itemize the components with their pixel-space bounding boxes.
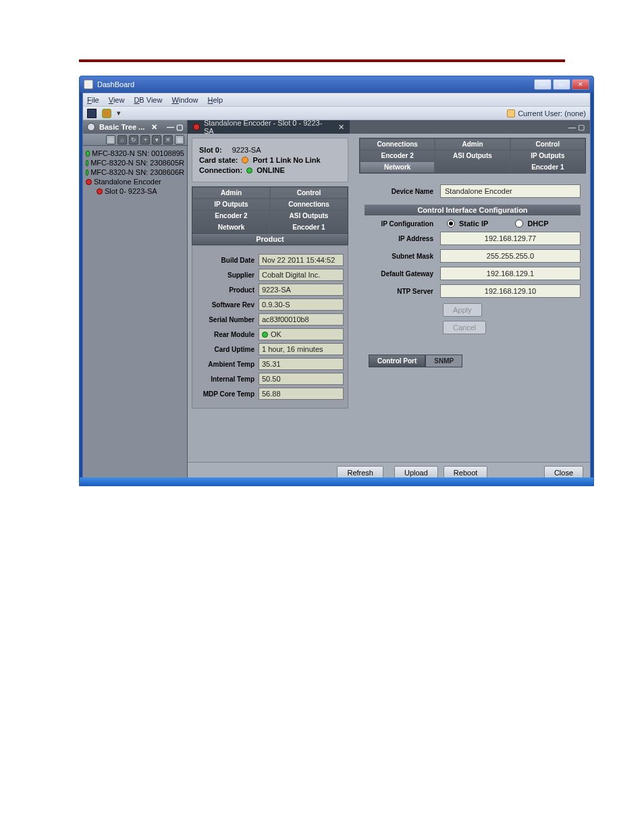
rtab-connections[interactable]: Connections <box>360 138 435 150</box>
tree-tb-7[interactable]: ▦ <box>175 135 184 145</box>
tab-encoder1[interactable]: Encoder 1 <box>270 221 348 233</box>
tab-ipoutputs[interactable]: IP Outputs <box>192 199 270 210</box>
radio-dhcp[interactable]: DHCP <box>515 219 548 228</box>
tree-row[interactable]: MFC-8320-N SN: 00108895 <box>84 149 186 158</box>
editor-tab-close-icon[interactable]: ✕ <box>338 123 344 132</box>
gateway-input[interactable] <box>440 267 581 280</box>
right-tabset: Connections Admin Control Encoder 2 ASI … <box>359 138 586 174</box>
field-label: Serial Number <box>196 316 259 323</box>
menu-window[interactable]: Window <box>171 96 198 104</box>
toolbar-icon-1[interactable] <box>87 109 97 118</box>
radio-static[interactable]: Static IP <box>447 219 488 228</box>
status-dot-red <box>86 179 92 185</box>
btab-control-port[interactable]: Control Port <box>369 355 425 367</box>
tab-product[interactable]: Product <box>192 234 348 245</box>
maximize-button[interactable]: ▭ <box>553 79 570 90</box>
device-name-label: Device Name <box>365 188 440 195</box>
ntp-input[interactable] <box>440 284 581 298</box>
toolbar-icon-2[interactable] <box>102 109 111 118</box>
editor-panel-controls[interactable]: — ▢ <box>568 123 590 132</box>
tree-tb-1[interactable]: ▤ <box>106 135 115 145</box>
field-label: Card Uptime <box>196 346 259 353</box>
menu-file[interactable]: File <box>87 96 99 104</box>
menu-bar: File View DB View Window Help <box>83 93 590 107</box>
status-dot-green <box>246 167 252 174</box>
tab-asi[interactable]: ASI Outputs <box>270 210 348 221</box>
tab-encoder2[interactable]: Encoder 2 <box>192 210 270 221</box>
bottom-tabs: Control Port SNMP <box>369 355 576 367</box>
status-dot-green <box>86 151 90 157</box>
rtab-admin[interactable]: Admin <box>435 138 510 150</box>
tab-connections[interactable]: Connections <box>270 199 348 210</box>
conn-value: ONLINE <box>257 166 285 174</box>
tree-tb-del[interactable]: ✕ <box>163 135 173 145</box>
tree-row[interactable]: Slot 0- 9223-SA <box>84 186 186 196</box>
radio-label: Static IP <box>459 219 488 228</box>
editor-tab[interactable]: Standalone Encoder - Slot 0 - 9223-SA ✕ <box>188 120 350 134</box>
tab-admin[interactable]: Admin <box>192 187 270 199</box>
app-window: DashBoard — ▭ ✕ File View DB View Window… <box>79 76 594 486</box>
tree-toolbar: ▤ ⌂ ↻ ＋ ▾ ✕ ▦ <box>83 134 187 146</box>
state-label: Card state: <box>199 156 238 164</box>
ip-input[interactable] <box>440 232 581 245</box>
close-button[interactable]: ✕ <box>572 79 589 90</box>
conn-label: Connection: <box>199 166 242 174</box>
tree-close-icon[interactable]: ✕ <box>151 123 157 132</box>
menu-dbview[interactable]: DB View <box>134 96 162 104</box>
rtab-asi[interactable]: ASI Outputs <box>435 150 510 161</box>
tree-tb-add[interactable]: ＋ <box>140 135 150 145</box>
minimize-button[interactable]: — <box>534 79 552 90</box>
field-value: Nov 22 2011 15:44:52 <box>259 254 344 266</box>
status-dot-green <box>86 160 88 166</box>
editor-area: Standalone Encoder - Slot 0 - 9223-SA ✕ … <box>188 120 590 482</box>
field-value: 56.88 <box>259 388 344 400</box>
app-icon <box>84 80 93 89</box>
field-text: OK <box>271 330 281 338</box>
rtab-ipoutputs[interactable]: IP Outputs <box>510 150 585 161</box>
slot-label: Slot 0: <box>199 146 222 154</box>
menu-help[interactable]: Help <box>208 96 223 104</box>
tree-tb-home[interactable]: ⌂ <box>117 135 127 145</box>
editor-tabstrip: Standalone Encoder - Slot 0 - 9223-SA ✕ … <box>188 120 590 134</box>
field-label: Product <box>196 286 259 294</box>
radio-dot-selected <box>447 219 455 228</box>
tree-row[interactable]: Standalone Encoder <box>84 177 186 186</box>
apply-button[interactable]: Apply <box>443 303 482 317</box>
tab-network[interactable]: Network <box>192 221 270 233</box>
tree-panel: Basic Tree ... ✕ — ▢ ▤ ⌂ ↻ ＋ ▾ ✕ ▦ MFC-8… <box>83 120 188 482</box>
field-label: Build Date <box>196 257 259 264</box>
title-bar[interactable]: DashBoard — ▭ ✕ <box>80 76 593 93</box>
menu-view[interactable]: View <box>109 96 125 104</box>
tree-min-icon[interactable]: — ▢ <box>167 123 183 132</box>
tree-panel-header: Basic Tree ... ✕ — ▢ <box>83 120 187 134</box>
window-title: DashBoard <box>97 80 134 88</box>
toolbar: ▾ Current User: (none) <box>83 107 590 120</box>
tree-tb-refresh[interactable]: ↻ <box>129 135 138 145</box>
rtab-network[interactable]: Network <box>360 161 435 173</box>
network-form: Device Name Control Interface Configurat… <box>359 174 586 371</box>
tree-tb-dd[interactable]: ▾ <box>152 135 161 145</box>
rtab-encoder1[interactable]: Encoder 1 <box>510 161 585 173</box>
radio-label: DHCP <box>527 219 548 228</box>
device-name-input[interactable] <box>440 184 581 198</box>
ip-label: IP Address <box>365 235 440 242</box>
toolbar-dropdown-icon[interactable]: ▾ <box>117 109 121 118</box>
cancel-button[interactable]: Cancel <box>443 321 486 334</box>
field-label: Ambient Temp <box>196 361 259 368</box>
rtab-encoder2[interactable]: Encoder 2 <box>360 150 435 161</box>
section-title: Control Interface Configuration <box>365 205 581 215</box>
rtab-control[interactable]: Control <box>510 138 585 150</box>
tab-control[interactable]: Control <box>270 187 348 199</box>
mask-input[interactable] <box>440 249 581 263</box>
user-icon <box>507 109 515 118</box>
tree-row[interactable]: MFC-8320-N SN: 2308606R <box>84 167 186 177</box>
current-user-label: Current User: (none) <box>518 109 586 118</box>
field-value: ac83f00010b8 <box>259 313 344 325</box>
current-user[interactable]: Current User: (none) <box>507 109 586 118</box>
btab-snmp[interactable]: SNMP <box>425 355 462 367</box>
tree-panel-title: Basic Tree ... <box>99 123 144 131</box>
left-tabset: Admin Control IP Outputs Connections Enc… <box>192 186 348 245</box>
tree-row[interactable]: MFC-8320-N SN: 2308605R <box>84 158 186 167</box>
slot-value: 9223-SA <box>232 146 261 154</box>
status-dot-orange <box>242 157 248 163</box>
